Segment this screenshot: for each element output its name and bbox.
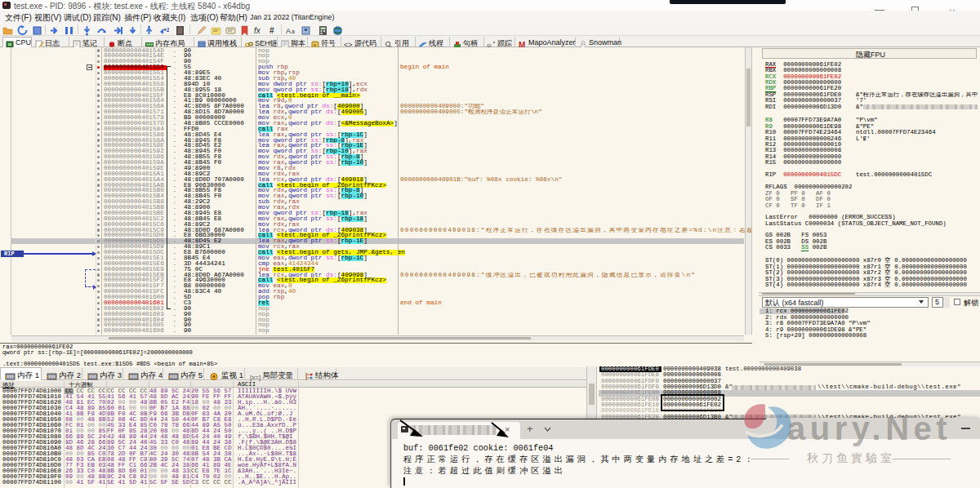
svg-text:a: a	[292, 29, 295, 34]
svg-text:A: A	[286, 27, 291, 35]
svg-text:fx: fx	[254, 26, 261, 35]
svg-text:[x=]: [x=]	[250, 374, 261, 381]
svg-text:+2: +2	[163, 27, 169, 33]
svg-text:#: #	[270, 26, 274, 35]
